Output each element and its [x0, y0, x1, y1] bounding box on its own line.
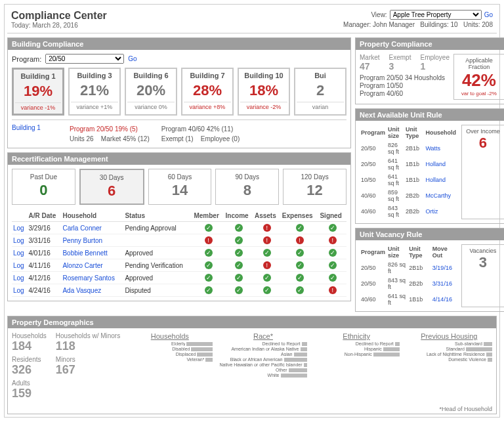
demo-chart: Race*Declined to ReportAmerican Indian o…: [219, 332, 306, 400]
alert-icon: !: [205, 236, 213, 244]
check-icon: ✓: [263, 249, 271, 257]
check-icon: ✓: [329, 274, 337, 282]
household-link[interactable]: Bobbie Bennett: [62, 249, 107, 257]
check-icon: ✓: [263, 286, 271, 294]
page-header: Compliance Center Today: March 28, 2016 …: [7, 7, 497, 33]
manager-label: Manager: John Manager: [343, 21, 415, 28]
check-icon: ✓: [235, 224, 243, 232]
table-row: Log4/11/16Alonzo CarterPending Verificat…: [12, 259, 346, 272]
table-row: 40/60859 sq ft2B2bMcCarthy: [360, 188, 457, 204]
building-cards-strip: Building 119%variance -1%Building 321%va…: [12, 68, 346, 116]
log-link[interactable]: Log: [13, 262, 24, 269]
building-detail: Building 1 Program 20/50 19% (5) Units 2…: [12, 119, 346, 144]
check-icon: ✓: [329, 249, 337, 257]
household-link[interactable]: Penny Burton: [62, 237, 102, 244]
building-card[interactable]: Building 1018%variance -2%: [238, 68, 290, 116]
log-link[interactable]: Log: [13, 225, 24, 232]
property-compliance-panel: Property Compliance Market47 Exempt3 Emp…: [355, 37, 504, 104]
units-count: Units: 208: [463, 21, 493, 28]
check-icon: ✓: [296, 286, 304, 294]
building-card[interactable]: Building 728%variance +8%: [181, 68, 234, 116]
view-label: View:: [371, 11, 387, 18]
demo-stat: Households184: [12, 332, 47, 353]
table-row: Log3/31/16Penny Burton!✓!!!: [12, 234, 346, 247]
building-card[interactable]: Building 119%variance -1%: [12, 68, 64, 116]
panel-header: Property Demographics: [8, 316, 496, 328]
check-icon: ✓: [235, 236, 243, 244]
panel-header: Property Compliance: [356, 38, 504, 50]
table-row: 20/50826 sq ft2B1bWatts: [360, 140, 457, 156]
log-link[interactable]: Log: [13, 237, 24, 244]
check-icon: ✓: [296, 274, 304, 282]
recert-cards: Past Due030 Days660 Days1490 Days8120 Da…: [12, 169, 346, 205]
vacancy-panel: Unit Vacancy Rule ProgramUnit sizeUnit T…: [355, 228, 504, 312]
household-link[interactable]: Alonzo Carter: [62, 262, 102, 269]
check-icon: ✓: [205, 286, 213, 294]
check-icon: ✓: [235, 274, 243, 282]
table-row: Log3/29/16Carla ConnerPending Approval✓✓…: [12, 222, 346, 234]
demo-chart: HouseholdsElderlyDisabledDisplacedVetera…: [127, 332, 213, 400]
panel-header: Unit Vacancy Rule: [356, 228, 504, 240]
check-icon: ✓: [235, 249, 243, 257]
building-card[interactable]: Building 321%variance +1%: [68, 68, 121, 116]
alert-icon: !: [263, 236, 271, 244]
building-card[interactable]: Building 620%variance 0%: [125, 68, 177, 116]
check-icon: ✓: [205, 249, 213, 257]
recert-card[interactable]: 90 Days8: [215, 169, 279, 205]
panel-header: Next Available Unit Rule: [356, 109, 504, 121]
vacancies-box: Vacancies 3: [461, 244, 504, 307]
table-row: 20/50641 sq ft1B1bHolland: [360, 156, 457, 172]
table-row: Log4/24/16Ada VasquezDisputed✓✓✓✓!: [12, 284, 346, 297]
table-row: 20/50843 sq ft2B2b3/31/16: [360, 276, 457, 292]
over-income-box: Over Income 6: [461, 125, 504, 219]
household-link[interactable]: Rosemary Santos: [62, 274, 114, 282]
household-link[interactable]: Carla Conner: [62, 225, 101, 232]
alert-icon: !: [329, 286, 337, 294]
recert-panel: Recertification Management Past Due030 D…: [7, 152, 351, 301]
table-row: Log4/12/16Rosemary SantosApproved✓✓✓✓✓: [12, 272, 346, 284]
check-icon: ✓: [296, 249, 304, 257]
log-link[interactable]: Log: [13, 249, 24, 257]
check-icon: ✓: [205, 261, 213, 269]
alert-icon: !: [263, 224, 271, 232]
view-go-link[interactable]: Go: [484, 11, 493, 18]
next-unit-panel: Next Available Unit Rule ProgramUnit siz…: [355, 108, 504, 224]
building-detail-name[interactable]: Building 1: [12, 124, 58, 144]
view-select[interactable]: Apple Tree Property: [390, 10, 482, 20]
building-compliance-panel: Building Compliance Program: 20/50 Go Bu…: [7, 37, 351, 148]
household-link[interactable]: Ada Vasquez: [62, 287, 101, 294]
program-select[interactable]: 20/50: [45, 54, 124, 64]
page-title: Compliance Center: [11, 10, 107, 22]
table-row: 40/60843 sq ft2B2bOrtiz: [360, 204, 457, 219]
check-icon: ✓: [296, 224, 304, 232]
check-icon: ✓: [205, 274, 213, 282]
table-row: 10/50641 sq ft1B1bHolland: [360, 172, 457, 188]
program-go-link[interactable]: Go: [128, 55, 136, 62]
recert-card[interactable]: Past Due0: [12, 169, 75, 205]
demo-chart: Previous HousingSub-standardStandardLack…: [406, 332, 492, 400]
buildings-count: Buildings: 10: [420, 21, 457, 28]
panel-header: Building Compliance: [8, 38, 350, 50]
vacancy-table: ProgramUnit sizeUnit TypeMove Out20/5082…: [360, 244, 457, 307]
check-icon: ✓: [296, 261, 304, 269]
demo-stat: Households w/ Minors118: [56, 332, 120, 353]
recert-card[interactable]: 60 Days14: [148, 169, 212, 205]
log-link[interactable]: Log: [13, 287, 24, 294]
log-link[interactable]: Log: [13, 274, 24, 282]
alert-icon: !: [296, 236, 304, 244]
table-row: 20/50826 sq ft2B1b3/19/16: [360, 260, 457, 276]
demo-stat: Adults159: [12, 379, 47, 400]
building-card[interactable]: Bui2varian: [294, 68, 346, 116]
check-icon: ✓: [205, 224, 213, 232]
table-row: Log4/01/16Bobbie BennettApproved✓✓✓✓✓: [12, 247, 346, 259]
check-icon: ✓: [235, 286, 243, 294]
demographics-panel: Property Demographics Households184House…: [7, 316, 497, 414]
recert-card[interactable]: 120 Days12: [283, 169, 346, 205]
alert-icon: !: [263, 261, 271, 269]
recert-card[interactable]: 30 Days6: [79, 169, 144, 205]
demo-stat: Minors167: [56, 356, 120, 377]
demo-chart: EthnicityDeclined to ReportHispanicNon-H…: [314, 332, 400, 400]
panel-header: Recertification Management: [8, 153, 350, 165]
today-date: Today: March 28, 2016: [11, 22, 107, 29]
applicable-fraction-box: Applicable Fraction 42% var to goal -2%: [453, 54, 504, 100]
